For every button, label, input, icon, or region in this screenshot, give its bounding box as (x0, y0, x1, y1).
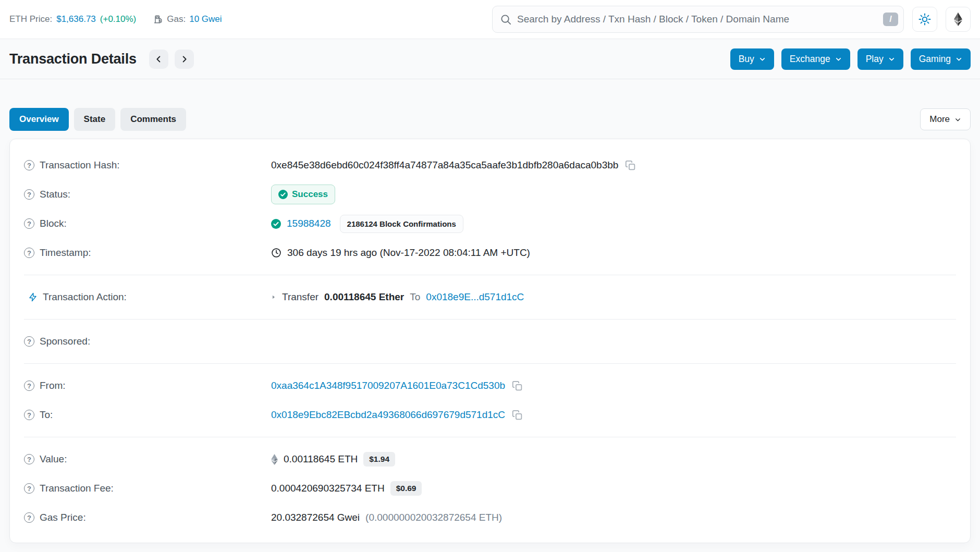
copy-to-address-button[interactable] (512, 410, 523, 421)
chevron-down-icon (759, 56, 766, 63)
transaction-details-card: ? Transaction Hash: 0xe845e38d6ebd60c024… (9, 139, 971, 543)
tab-overview[interactable]: Overview (9, 108, 69, 131)
buy-label: Buy (739, 54, 754, 65)
more-menu-button[interactable]: More (920, 108, 971, 130)
row-block: ? Block: 15988428 2186124 Block Confirma… (24, 209, 956, 238)
row-transaction-fee: ? Transaction Fee: 0.000420690325734 ETH… (24, 474, 956, 503)
copy-icon (625, 160, 636, 171)
play-menu-button[interactable]: Play (858, 48, 903, 70)
help-icon[interactable]: ? (24, 483, 34, 494)
to-label: To: (40, 409, 53, 421)
row-gas-price: ? Gas Price: 20.032872654 Gwei (0.000000… (24, 503, 956, 532)
gas-tracker-link[interactable]: 10 Gwei (189, 14, 222, 24)
chevron-down-icon (954, 116, 961, 123)
transaction-hash-label: Transaction Hash: (40, 160, 119, 171)
from-address-link[interactable]: 0xaa364c1A348f9517009207A1601E0a73C1Cd53… (271, 380, 505, 391)
eth-price-link[interactable]: $1,636.73 (56, 14, 96, 24)
value-usd-badge: $1.94 (363, 452, 395, 467)
gas-price-gwei: 20.032872654 Gwei (271, 512, 360, 523)
ethereum-diamond-icon (271, 454, 278, 465)
timestamp-value: 306 days 19 hrs ago (Nov-17-2022 08:04:1… (287, 247, 530, 259)
help-icon[interactable]: ? (24, 336, 34, 347)
exchange-label: Exchange (790, 54, 830, 65)
chevron-down-icon (888, 56, 895, 63)
divider (24, 275, 956, 275)
row-status: ? Status: Success (24, 180, 956, 209)
action-amount: 0.00118645 Ether (324, 291, 404, 303)
eth-price-change: (+0.10%) (100, 14, 136, 24)
eth-price-label: ETH Price: (9, 14, 52, 24)
divider (24, 363, 956, 364)
gaming-label: Gaming (919, 54, 951, 65)
transaction-fee-label: Transaction Fee: (40, 483, 114, 494)
tab-state[interactable]: State (74, 108, 116, 131)
timestamp-label: Timestamp: (40, 247, 91, 259)
search-icon (500, 14, 512, 26)
copy-from-address-button[interactable] (512, 381, 523, 391)
chevron-down-icon (956, 56, 962, 63)
clock-icon (271, 248, 281, 258)
topbar: ETH Price: $1,636.73 (+0.10%) Gas: 10 Gw… (0, 0, 980, 39)
block-confirmations-badge: 2186124 Block Confirmations (340, 215, 463, 233)
divider (24, 319, 956, 320)
page-title: Transaction Details (9, 51, 137, 67)
search-input[interactable] (517, 14, 878, 25)
check-circle-icon (278, 190, 288, 199)
chevron-right-icon (180, 55, 188, 63)
buy-menu-button[interactable]: Buy (730, 48, 774, 70)
status-label: Status: (40, 189, 70, 200)
caret-right-icon[interactable] (271, 294, 276, 300)
gas-label: Gas: (167, 14, 186, 24)
market-stats: ETH Price: $1,636.73 (+0.10%) Gas: 10 Gw… (9, 14, 222, 24)
copy-icon (512, 410, 523, 421)
more-label: More (929, 114, 950, 125)
search-shortcut-badge: / (883, 13, 898, 26)
copy-icon (512, 381, 523, 391)
status-badge: Success (271, 185, 335, 204)
exchange-menu-button[interactable]: Exchange (781, 48, 850, 70)
search-bar[interactable]: / (492, 6, 904, 33)
previous-transaction-button[interactable] (149, 50, 168, 69)
row-sponsored: ? Sponsored: (24, 327, 956, 356)
action-to-label: To (410, 291, 420, 303)
gaming-menu-button[interactable]: Gaming (911, 48, 971, 70)
gas-pump-icon (154, 14, 163, 24)
help-icon[interactable]: ? (24, 410, 34, 420)
ethereum-logo-icon (954, 13, 962, 26)
to-address-link[interactable]: 0x018e9Ebc82EBcbd2a49368066d697679d571d1… (271, 409, 505, 421)
help-icon[interactable]: ? (24, 381, 34, 391)
row-timestamp: ? Timestamp: 306 days 19 hrs ago (Nov-17… (24, 238, 956, 267)
help-icon[interactable]: ? (24, 454, 34, 464)
check-circle-icon (271, 219, 281, 229)
tab-comments[interactable]: Comments (120, 108, 186, 131)
help-icon[interactable]: ? (24, 160, 34, 170)
next-transaction-button[interactable] (175, 50, 194, 69)
row-transaction-hash: ? Transaction Hash: 0xe845e38d6ebd60c024… (24, 151, 956, 180)
gas-price-label: Gas Price: (40, 512, 86, 523)
status-value: Success (292, 189, 328, 200)
transaction-fee-usd-badge: $0.69 (390, 481, 422, 496)
block-number-link[interactable]: 15988428 (287, 218, 331, 229)
sponsored-label: Sponsored: (40, 336, 90, 347)
value-eth: 0.00118645 ETH (284, 453, 358, 465)
lightning-icon (28, 292, 38, 302)
transaction-fee-eth: 0.000420690325734 ETH (271, 483, 385, 494)
play-label: Play (866, 54, 884, 65)
row-to: ? To: 0x018e9Ebc82EBcbd2a49368066d697679… (24, 400, 956, 430)
row-from: ? From: 0xaa364c1A348f9517009207A1601E0a… (24, 371, 956, 400)
from-label: From: (40, 380, 66, 391)
theme-toggle-button[interactable] (912, 7, 937, 32)
gas-price-eth: (0.000000020032872654 ETH) (365, 512, 502, 523)
copy-transaction-hash-button[interactable] (625, 160, 636, 171)
help-icon[interactable]: ? (24, 189, 34, 200)
transaction-hash-value: 0xe845e38d6ebd60c024f38ff4a74877a84a35ca… (271, 160, 618, 171)
help-icon[interactable]: ? (24, 218, 34, 229)
chevron-down-icon (835, 56, 842, 63)
help-icon[interactable]: ? (24, 248, 34, 258)
help-icon[interactable]: ? (24, 512, 34, 523)
network-menu-button[interactable] (946, 7, 971, 32)
sun-icon (918, 13, 931, 26)
row-transaction-action: Transaction Action: Transfer 0.00118645 … (24, 283, 956, 312)
page-header: Transaction Details Buy Exchange Play (0, 39, 980, 79)
action-to-address-link[interactable]: 0x018e9E...d571d1cC (426, 291, 524, 303)
